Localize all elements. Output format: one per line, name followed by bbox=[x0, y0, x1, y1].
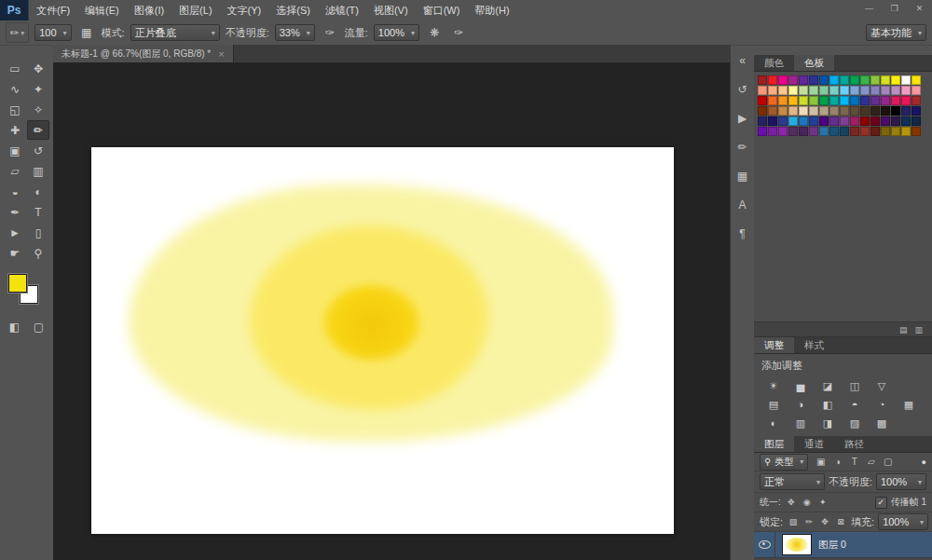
layer-row[interactable]: 图层 0 bbox=[754, 532, 932, 558]
rectangular-marquee-tool[interactable]: ▭ bbox=[4, 59, 26, 78]
color-swatch[interactable] bbox=[778, 127, 788, 136]
color-swatch[interactable] bbox=[758, 116, 767, 126]
color-swatch[interactable] bbox=[891, 96, 900, 105]
rectangle-tool[interactable]: ▯ bbox=[27, 223, 49, 242]
character-icon[interactable]: A bbox=[733, 196, 753, 214]
color-swatch[interactable] bbox=[829, 127, 839, 136]
panel-dock-icon-1[interactable]: ▤ bbox=[899, 325, 908, 335]
blur-tool[interactable]: ◒ bbox=[4, 182, 26, 201]
menu-item[interactable]: 视图(V) bbox=[366, 0, 416, 20]
gradient-map-icon[interactable]: ▨ bbox=[846, 416, 863, 430]
actions-icon[interactable]: ▶ bbox=[733, 109, 753, 128]
screen-mode-icon[interactable]: ▢ bbox=[30, 319, 48, 335]
layer-fill-input[interactable]: 100% bbox=[878, 513, 928, 530]
color-swatch[interactable] bbox=[901, 96, 911, 105]
color-swatch[interactable] bbox=[778, 116, 788, 126]
crop-tool[interactable]: ◱ bbox=[4, 100, 26, 119]
lasso-tool[interactable]: ∿ bbox=[4, 79, 26, 99]
panel-tab[interactable]: 样式 bbox=[794, 337, 834, 353]
foreground-color-chip[interactable] bbox=[8, 274, 27, 293]
color-swatch[interactable] bbox=[799, 86, 808, 95]
color-swatch[interactable] bbox=[819, 106, 829, 116]
smart-object-filter-icon[interactable]: ▢ bbox=[881, 456, 895, 469]
layer-filter-select[interactable]: ⚲ 类型 bbox=[760, 454, 808, 471]
channel-mixer-icon[interactable]: ◔ bbox=[873, 397, 890, 412]
brush-tool[interactable]: ✏ bbox=[27, 120, 49, 140]
posterize-icon[interactable]: ▥ bbox=[792, 416, 809, 430]
menu-item[interactable]: 帮助(H) bbox=[467, 0, 516, 20]
color-swatch[interactable] bbox=[768, 75, 777, 85]
color-swatch[interactable] bbox=[881, 106, 890, 116]
restore-button[interactable]: ❒ bbox=[882, 2, 907, 17]
color-swatch[interactable] bbox=[860, 96, 870, 105]
color-swatch[interactable] bbox=[901, 86, 911, 95]
quick-selection-tool[interactable]: ✦ bbox=[27, 79, 49, 99]
airbrush-icon[interactable]: ❋ bbox=[425, 24, 444, 41]
color-swatch[interactable] bbox=[768, 86, 777, 95]
color-swatch[interactable] bbox=[799, 127, 808, 136]
pressure-opacity-icon[interactable]: ✑ bbox=[321, 24, 339, 41]
layer-thumbnail[interactable] bbox=[782, 534, 812, 555]
black-white-icon[interactable]: ◧ bbox=[819, 397, 836, 412]
color-swatch[interactable] bbox=[850, 127, 859, 136]
lock-transparency-icon[interactable]: ▨ bbox=[787, 516, 800, 528]
color-swatch[interactable] bbox=[809, 96, 818, 105]
color-swatch[interactable] bbox=[840, 96, 849, 105]
lock-position-icon[interactable]: ✥ bbox=[818, 516, 831, 528]
color-swatch[interactable] bbox=[809, 75, 818, 85]
color-swatch[interactable] bbox=[850, 96, 859, 105]
color-swatch[interactable] bbox=[829, 86, 839, 95]
color-swatch[interactable] bbox=[870, 75, 880, 85]
color-swatch[interactable] bbox=[911, 96, 921, 105]
history-icon[interactable]: ↺ bbox=[733, 80, 753, 99]
panel-tab[interactable]: 通道 bbox=[794, 436, 834, 452]
shape-layer-filter-icon[interactable]: ▱ bbox=[864, 456, 878, 469]
color-swatch[interactable] bbox=[799, 106, 808, 116]
move-tool[interactable]: ✥ bbox=[27, 59, 49, 78]
color-swatch[interactable] bbox=[829, 96, 839, 105]
unify-style-icon[interactable]: ✦ bbox=[816, 497, 829, 509]
color-swatch[interactable] bbox=[901, 75, 911, 85]
color-swatch[interactable] bbox=[881, 96, 890, 105]
spot-healing-brush-tool[interactable]: ✚ bbox=[4, 120, 26, 140]
color-swatch[interactable] bbox=[850, 116, 859, 126]
color-swatch[interactable] bbox=[911, 75, 921, 85]
type-layer-filter-icon[interactable]: T bbox=[847, 456, 861, 469]
color-swatch[interactable] bbox=[860, 116, 870, 126]
color-swatch[interactable] bbox=[778, 96, 788, 105]
color-swatch[interactable] bbox=[860, 127, 870, 136]
layer-opacity-input[interactable]: 100% bbox=[876, 473, 926, 490]
propagate-checkbox[interactable]: ✓ bbox=[875, 497, 887, 509]
color-swatch[interactable] bbox=[788, 116, 798, 126]
color-swatch[interactable] bbox=[881, 116, 890, 126]
color-swatch[interactable] bbox=[870, 127, 880, 136]
color-swatch[interactable] bbox=[891, 127, 900, 136]
color-swatch[interactable] bbox=[768, 106, 777, 116]
color-swatch[interactable] bbox=[768, 127, 777, 136]
pen-tool[interactable]: ✒ bbox=[4, 202, 26, 222]
unify-position-icon[interactable]: ✥ bbox=[785, 497, 798, 509]
color-swatch[interactable] bbox=[891, 86, 900, 95]
horizontal-type-tool[interactable]: T bbox=[27, 202, 49, 222]
color-swatch[interactable] bbox=[870, 116, 880, 126]
invert-icon[interactable]: ◐ bbox=[765, 416, 782, 430]
panel-dock-icon-2[interactable]: ▥ bbox=[914, 325, 923, 335]
color-swatch[interactable] bbox=[829, 106, 839, 116]
color-swatch[interactable] bbox=[881, 127, 890, 136]
zoom-tool[interactable]: ⚲ bbox=[27, 243, 49, 263]
color-swatch[interactable] bbox=[829, 116, 839, 126]
color-swatch[interactable] bbox=[881, 75, 890, 85]
menu-item[interactable]: 编辑(E) bbox=[77, 0, 127, 20]
panel-tab[interactable]: 色板 bbox=[794, 55, 834, 71]
clone-source-icon[interactable]: ▦ bbox=[733, 167, 753, 185]
color-swatch[interactable] bbox=[840, 86, 849, 95]
color-swatch[interactable] bbox=[840, 106, 849, 116]
opacity-select[interactable]: 33% bbox=[275, 24, 315, 41]
unify-visibility-icon[interactable]: ◉ bbox=[801, 497, 814, 509]
color-swatch[interactable] bbox=[809, 116, 818, 126]
color-swatch[interactable] bbox=[778, 106, 788, 116]
color-swatch[interactable] bbox=[901, 127, 911, 136]
menu-item[interactable]: 窗口(W) bbox=[416, 0, 468, 20]
minimize-button[interactable]: — bbox=[857, 2, 882, 17]
color-swatch[interactable] bbox=[881, 86, 890, 95]
